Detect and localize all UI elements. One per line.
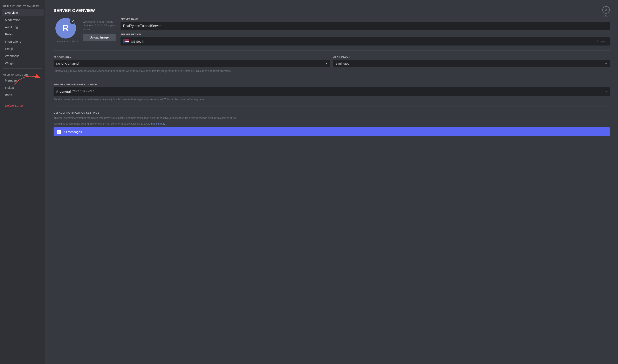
new-member-channel-label: NEW MEMBER MESSAGES CHANNEL bbox=[54, 83, 610, 86]
sidebar-divider-1 bbox=[3, 68, 42, 69]
new-member-description: Send a message to this channel when some… bbox=[54, 97, 610, 102]
sidebar-item-invites[interactable]: Invites bbox=[2, 84, 44, 91]
server-name-label: REALPYTHONTUTORIALSERV... bbox=[0, 3, 45, 9]
afk-timeout-group: AFK TIMEOUT 5 minutes ▼ bbox=[333, 56, 610, 67]
server-avatar[interactable]: R bbox=[55, 18, 76, 39]
afk-section: AFK CHANNEL No AFK Channel ▼ AFK TIMEOUT… bbox=[54, 56, 610, 67]
close-label: ESC bbox=[604, 14, 608, 17]
afk-timeout-value: 5 minutes bbox=[336, 62, 349, 65]
sidebar-item-integrations[interactable]: Integrations bbox=[2, 38, 44, 45]
afk-channel-label: AFK CHANNEL bbox=[54, 56, 330, 58]
server-region-box: US South Change bbox=[121, 37, 610, 46]
sidebar: REALPYTHONTUTORIALSERV... Overview Moder… bbox=[0, 0, 45, 364]
afk-description: Automatically move members to this chann… bbox=[54, 69, 610, 73]
server-avatar-section: R Minimum Size: 128x128 bbox=[54, 18, 78, 43]
sidebar-item-emoji[interactable]: Emoji bbox=[2, 45, 44, 52]
afk-timeout-label: AFK TIMEOUT bbox=[333, 56, 610, 58]
close-button-area[interactable]: ✕ ESC bbox=[602, 6, 610, 17]
avatar-edit-icon[interactable] bbox=[70, 18, 76, 24]
region-flag bbox=[123, 39, 129, 43]
avatar-min-size: Minimum Size: 128x128 bbox=[54, 40, 78, 43]
sidebar-item-widget[interactable]: Widget bbox=[2, 60, 44, 66]
notification-desc-1: This will determine whether members who … bbox=[54, 116, 610, 120]
sidebar-item-webhooks[interactable]: Webhooks bbox=[2, 52, 44, 59]
sidebar-item-delete-server[interactable]: Delete Server bbox=[2, 102, 44, 109]
notification-desc-2: We highly recommend setting this to only… bbox=[54, 122, 610, 126]
afk-timeout-chevron-icon: ▼ bbox=[605, 62, 607, 65]
sidebar-item-audit-log[interactable]: Audit Log bbox=[2, 24, 44, 30]
change-region-button[interactable]: Change bbox=[595, 39, 607, 43]
divider-3 bbox=[54, 106, 610, 106]
sidebar-divider-2 bbox=[3, 100, 42, 100]
server-name-input[interactable] bbox=[121, 22, 610, 30]
all-messages-checkbox[interactable] bbox=[57, 130, 61, 134]
sidebar-item-moderation[interactable]: Moderation bbox=[2, 16, 44, 23]
server-name-label: SERVER NAME bbox=[121, 18, 610, 20]
main-content: ✕ ESC SERVER OVERVIEW R Minimum Size: 12… bbox=[45, 0, 618, 364]
server-name-region-section: SERVER NAME SERVER REGION US South Chang… bbox=[121, 18, 610, 46]
sidebar-item-bans[interactable]: Bans bbox=[2, 91, 44, 98]
upload-image-button[interactable]: Upload Image bbox=[83, 34, 116, 41]
avatar-letter: R bbox=[63, 23, 69, 33]
close-circle[interactable]: ✕ bbox=[602, 6, 610, 13]
channel-name: general bbox=[60, 90, 71, 93]
user-management-section-title: USER MANAGEMENT bbox=[0, 70, 45, 77]
notification-settings-title: DEFAULT NOTIFICATION SETTINGS bbox=[54, 111, 610, 114]
region-name: US South bbox=[131, 40, 593, 43]
afk-timeout-dropdown[interactable]: 5 minutes ▼ bbox=[333, 60, 610, 67]
all-messages-option[interactable]: All Messages bbox=[54, 127, 610, 136]
afk-channel-dropdown[interactable]: No AFK Channel ▼ bbox=[54, 60, 330, 67]
hash-icon: # bbox=[56, 89, 58, 94]
overview-top-section: R Minimum Size: 128x128 We recommend an … bbox=[54, 18, 610, 46]
avatar-recommendation: We recommend an image of at least 512x51… bbox=[83, 20, 116, 31]
afk-channel-chevron-icon: ▼ bbox=[325, 62, 328, 65]
channel-chevron-icon: ▼ bbox=[605, 90, 607, 93]
avatar-middle-section: We recommend an image of at least 512x51… bbox=[83, 18, 116, 41]
new-member-channel-dropdown[interactable]: # general TEXT CHANNELS ▼ bbox=[54, 87, 610, 96]
server-region-label: SERVER REGION bbox=[121, 33, 610, 36]
sidebar-item-members[interactable]: Members bbox=[2, 77, 44, 84]
divider-2 bbox=[54, 78, 610, 78]
afk-channel-group: AFK CHANNEL No AFK Channel ▼ bbox=[54, 56, 330, 67]
page-title: SERVER OVERVIEW bbox=[54, 8, 610, 13]
channel-sublabel: TEXT CHANNELS bbox=[72, 90, 94, 93]
sidebar-item-roles[interactable]: Roles bbox=[2, 31, 44, 38]
sidebar-item-overview[interactable]: Overview bbox=[2, 9, 44, 16]
insanity-link[interactable]: this insanity bbox=[151, 122, 165, 125]
afk-channel-value: No AFK Channel bbox=[56, 62, 79, 65]
all-messages-label: All Messages bbox=[64, 130, 82, 134]
